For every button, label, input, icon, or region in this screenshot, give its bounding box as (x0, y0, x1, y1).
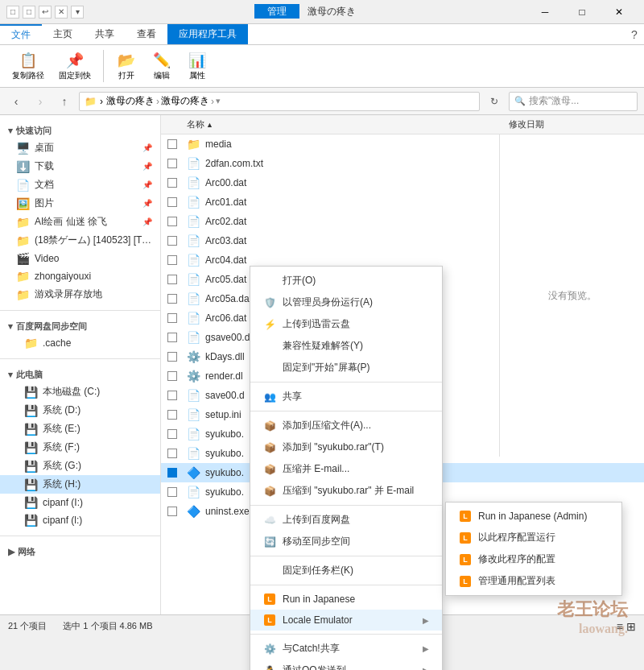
sidebar-item-downloads[interactable]: ⬇️ 下载 📌 (0, 157, 160, 176)
sub-cm-manage-config[interactable]: L 管理通用配置列表 (446, 570, 621, 592)
address-path[interactable]: 📁 › 激母の疼き › 激母の疼き › ▾ (79, 92, 480, 111)
row-checkbox[interactable] (167, 333, 177, 342)
row-checkbox[interactable] (167, 507, 177, 516)
row-checkbox[interactable] (167, 178, 177, 188)
search-box[interactable]: 🔍 搜索"激母... (509, 92, 638, 111)
sidebar-item-f[interactable]: 💾 系统 (F:) (0, 438, 160, 457)
sidebar-item-l[interactable]: 💾 cipanf (l:) (0, 511, 160, 529)
dat-icon: 📄 (187, 196, 200, 209)
nav-up-button[interactable]: ↑ (55, 92, 74, 111)
row-checkbox[interactable] (167, 275, 177, 284)
tb-icon-4[interactable]: ✕ (55, 6, 68, 19)
cm-compat-icon (263, 340, 276, 353)
sidebar-item-zhong[interactable]: 📁 zhongaiyouxi (0, 267, 160, 285)
tab-home[interactable]: 主页 (42, 24, 84, 44)
sidebar-item-e[interactable]: 💾 系统 (E:) (0, 420, 160, 438)
ribbon-btn-3[interactable]: 📂 打开 (110, 48, 142, 85)
sidebar-item-game[interactable]: 📁 (18禁ゲーム) [140523] [TinkerBe (0, 231, 160, 250)
quick-access-header[interactable]: ▾ 快速访问 (0, 122, 160, 139)
row-checkbox[interactable] (167, 449, 177, 458)
tb-icon-1[interactable]: □ (6, 6, 19, 19)
close-button[interactable]: ✕ (601, 0, 638, 24)
sub-cm-edit-config[interactable]: L 修改此程序的配置 (446, 548, 621, 570)
row-checkbox[interactable] (167, 371, 177, 381)
row-checkbox[interactable] (167, 391, 177, 400)
row-checkbox[interactable] (167, 236, 177, 246)
row-checkbox[interactable] (167, 429, 177, 439)
cm-add-rar[interactable]: 📦 添加到 "syukubo.rar"(T) (250, 436, 442, 458)
cm-share[interactable]: 👥 共享 (250, 386, 442, 407)
path-segment-2[interactable]: 激母の疼き (161, 94, 209, 108)
sub-locale-run-config-icon: L (459, 531, 472, 544)
title-bar-toolbar: □ □ ↩ ✕ ▾ (6, 6, 84, 19)
tb-icon-2[interactable]: □ (23, 6, 35, 19)
cm-open[interactable]: 打开(O) (250, 270, 442, 292)
minimize-button[interactable]: ─ (526, 0, 564, 24)
sidebar-item-desktop[interactable]: 🖥️ 桌面 📌 (0, 139, 160, 157)
sub-cm-run-admin[interactable]: L Run in Japanese (Admin) (446, 506, 621, 527)
ribbon-btn-5[interactable]: 📊 属性 (181, 48, 213, 85)
row-checkbox[interactable] (167, 410, 177, 420)
cm-catch-share[interactable]: ⚙️ 与Catch!共享 ▶ (250, 638, 442, 660)
path-dropdown-arrow[interactable]: ▾ (216, 96, 221, 106)
cm-add-archive[interactable]: 📦 添加到压缩文件(A)... (250, 415, 442, 436)
row-checkbox[interactable] (167, 217, 177, 226)
maximize-button[interactable]: □ (564, 0, 601, 24)
tab-view[interactable]: 查看 (126, 24, 167, 44)
row-checkbox[interactable] (167, 294, 177, 304)
cm-compress-email[interactable]: 📦 压缩并 E-mail... (250, 458, 442, 480)
tab-share[interactable]: 共享 (84, 24, 126, 44)
ribbon-btn-2[interactable]: 📌 固定到快 (53, 48, 97, 85)
ribbon-help-button[interactable]: ? (625, 24, 644, 45)
sidebar-item-h[interactable]: 💾 系统 (H:) (0, 475, 160, 494)
cm-compress-rar-email[interactable]: 📦 压缩到 "syukubo.rar" 并 E-mail (250, 480, 442, 502)
cm-qq-send[interactable]: 🐧 通过QQ发送到 ▶ (250, 660, 442, 670)
row-checkbox[interactable] (167, 352, 177, 362)
path-segment-1[interactable]: 激母の疼き (106, 94, 155, 108)
sidebar-item-recordings[interactable]: 📁 游戏录屏存放地 (0, 285, 160, 304)
sidebar-item-c[interactable]: 💾 本地磁盘 (C:) (0, 383, 160, 401)
cm-run-admin[interactable]: 🛡️ 以管理员身份运行(A) (250, 292, 442, 313)
thispc-header[interactable]: ▾ 此电脑 (0, 366, 160, 383)
sidebar-item-pictures[interactable]: 🖼️ 图片 📌 (0, 194, 160, 213)
cm-locale-emulator[interactable]: L Locale Emulator ▶ (250, 610, 442, 631)
row-checkbox[interactable] (167, 159, 177, 168)
ribbon-btn-1[interactable]: 📋 复制路径 (6, 48, 50, 85)
tab-file[interactable]: 文件 (0, 24, 42, 44)
row-checkbox[interactable] (167, 313, 177, 323)
nav-forward-button[interactable]: › (31, 92, 50, 111)
row-checkbox-checked[interactable] (167, 468, 177, 478)
sidebar-item-ai[interactable]: 📁 AI绘画 仙迷 徐飞 📌 (0, 213, 160, 231)
sidebar-item-cache[interactable]: 📁 .cache (0, 334, 160, 352)
row-checkbox[interactable] (167, 255, 177, 265)
cm-upload-thunder[interactable]: ⚡ 上传到迅雷云盘 (250, 313, 442, 335)
cm-share-icon: 👥 (263, 391, 276, 403)
header-date[interactable]: 修改日期 (509, 118, 638, 130)
sub-cm-run-config[interactable]: L 以此程序配置运行 (446, 527, 621, 548)
cm-run-japanese[interactable]: L Run in Japanese (250, 589, 442, 610)
refresh-button[interactable]: ↻ (485, 92, 504, 111)
ribbon-btn-4[interactable]: ✏️ 编辑 (146, 48, 178, 85)
sidebar-item-documents[interactable]: 📄 文档 📌 (0, 176, 160, 194)
sidebar-item-i[interactable]: 💾 cipanf (I:) (0, 494, 160, 511)
tab-apptools[interactable]: 应用程序工具 (167, 24, 248, 44)
cm-pin-start[interactable]: 固定到"开始"屏幕(P) (250, 357, 442, 378)
row-checkbox[interactable] (167, 139, 177, 149)
row-checkbox[interactable] (167, 487, 177, 497)
network-header[interactable]: ▶ 网络 (0, 543, 160, 560)
sidebar-item-video[interactable]: 🎬 Video (0, 250, 160, 267)
cm-upload-baidu[interactable]: ☁️ 上传到百度网盘 (250, 509, 442, 531)
cm-shield-icon: 🛡️ (263, 296, 276, 309)
cm-pin-taskbar[interactable]: 固定到任务栏(K) (250, 560, 442, 581)
nav-back-button[interactable]: ‹ (6, 92, 26, 111)
row-checkbox[interactable] (167, 197, 177, 207)
tb-icon-down[interactable]: ▾ (71, 6, 84, 19)
sidebar-item-g[interactable]: 💾 系统 (G:) (0, 457, 160, 475)
baidu-header[interactable]: ▾ 百度网盘同步空间 (0, 317, 160, 334)
sidebar-item-d[interactable]: 💾 系统 (D:) (0, 401, 160, 420)
cm-compat[interactable]: 兼容性疑难解答(Y) (250, 335, 442, 357)
drive-e-icon: 💾 (24, 423, 38, 436)
header-name[interactable]: 名称 ▲ (187, 118, 509, 130)
tb-icon-back[interactable]: ↩ (39, 6, 52, 19)
cm-move-sync[interactable]: 🔄 移动至同步空间 (250, 531, 442, 552)
